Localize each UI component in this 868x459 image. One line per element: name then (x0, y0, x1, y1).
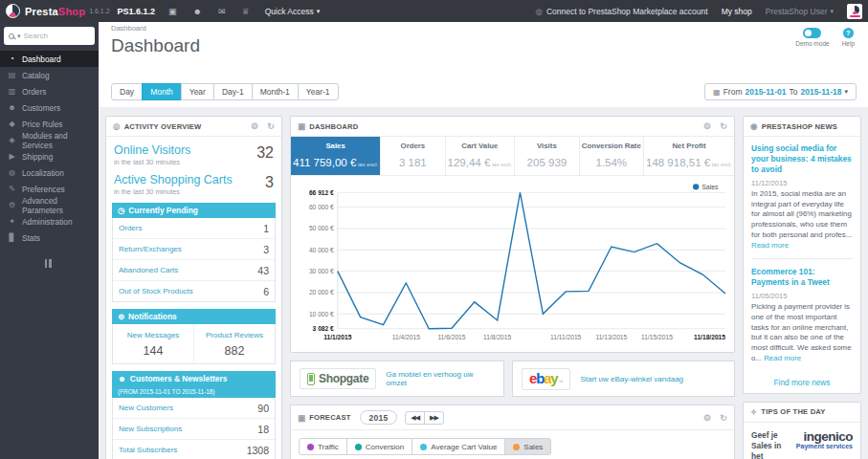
online-visitors-value: 32 (256, 144, 274, 162)
kpi-visits[interactable]: Visits205 939 (515, 137, 579, 175)
list-row-link[interactable]: Orders (119, 224, 142, 232)
forecast-next-button[interactable]: ▶▶ (424, 411, 444, 425)
toggle-on-icon[interactable] (803, 28, 821, 38)
svg-text:11/8/2015: 11/8/2015 (483, 334, 511, 340)
truck-icon: ▶ (8, 152, 16, 161)
gear-icon[interactable]: ⚙ (251, 121, 258, 131)
user-menu[interactable]: PrestaShop User▾ (766, 7, 834, 16)
cogs-icon: ⚙ (8, 201, 16, 209)
find-more-news-link[interactable]: Find more news (744, 378, 860, 387)
sidebar-item-shipping[interactable]: ▶Shipping (0, 148, 99, 164)
sidebar-item-dashboard[interactable]: ◔Dashboard (0, 51, 99, 67)
sidebar-item-administration[interactable]: ✦Administration (0, 213, 99, 230)
forecast-year: 2015 (360, 410, 398, 425)
forecast-toggle-label: Sales (523, 443, 543, 451)
forecast-toggle-label: Average Cart Value (431, 443, 497, 451)
clock-icon: ◷ (118, 206, 124, 215)
panel-title: DASHBOARD (309, 122, 358, 131)
globe-icon: ◍ (8, 168, 16, 177)
sidebar-item-label: Customers (22, 103, 60, 113)
sidebar-item-preferences[interactable]: ✎Preferences (0, 181, 99, 197)
notification-col: New Messages144 (113, 324, 193, 363)
ingenico-logo: ingenico Payment services (796, 430, 853, 451)
forecast-toggle-sales[interactable]: Sales (504, 438, 551, 455)
sidebar-item-customers[interactable]: ☻Customers (0, 99, 99, 116)
news-articles: Using social media for your business: 4 … (744, 137, 860, 368)
kpi-sales[interactable]: Sales411 759,00 € tax excl. (291, 137, 381, 175)
svg-text:11/6/2015: 11/6/2015 (437, 334, 465, 340)
online-visitors-link[interactable]: Online Visitors (114, 143, 190, 157)
shopgate-banner[interactable]: Shopgate Ga mobiel en verhoog uw omzet (290, 361, 504, 397)
forecast-prev-button[interactable]: ◀◀ (405, 411, 425, 425)
my-shop-link[interactable]: My shop (722, 7, 752, 16)
news-article-title[interactable]: Ecommerce 101: Payments in a Tweet (751, 267, 853, 288)
range-button-month[interactable]: Month (142, 83, 182, 100)
notification-link[interactable]: New Messages (127, 331, 180, 339)
range-button-month-1[interactable]: Month-1 (252, 83, 299, 100)
svg-text:11/11/2015: 11/11/2015 (550, 334, 582, 340)
sidebar-item-catalog[interactable]: ▤Catalog (0, 67, 99, 83)
forecast-toggle-conversion[interactable]: Conversion (346, 438, 412, 455)
refresh-icon[interactable]: ↻ (720, 413, 727, 423)
quick-access-menu[interactable]: Quick Access▾ (265, 7, 321, 16)
sidebar-item-advanced-parameters[interactable]: ⚙Advanced Parameters (0, 197, 99, 213)
demo-mode-toggle[interactable]: Demo mode (795, 28, 829, 47)
sidebar-item-price-rules[interactable]: ◆Price Rules (0, 116, 99, 132)
kpi-conversion-rate[interactable]: Conversion Rate1.54% (580, 137, 644, 175)
ebay-banner[interactable]: ebay™ Start uw eBay-winkel vandaag (512, 361, 735, 397)
collapse-menu-button[interactable] (45, 259, 55, 268)
sales-dot-icon (513, 444, 520, 450)
svg-text:60 000 €: 60 000 € (309, 204, 334, 210)
forecast-toggle-traffic[interactable]: Traffic (299, 438, 347, 455)
read-more-link[interactable]: Read more (751, 241, 789, 250)
read-more-link[interactable]: Read more (764, 354, 801, 362)
active-carts-link[interactable]: Active Shopping Carts (114, 173, 233, 186)
refresh-icon[interactable]: ↻ (720, 121, 727, 131)
date-range-picker[interactable]: ▦ From2015-11-01 To2015-11-18 ▾ (704, 83, 857, 100)
kpi-orders[interactable]: Orders3 181 (381, 137, 445, 175)
list-row-link[interactable]: New Subscriptions (119, 425, 182, 433)
kpi-net-profit[interactable]: Net Profit148 918,51 € tax excl. (644, 137, 734, 175)
range-button-day-1[interactable]: Day-1 (213, 83, 253, 100)
list-row-link[interactable]: Total Subscribers (119, 446, 177, 454)
list-row-link[interactable]: New Customers (119, 404, 173, 412)
sidebar: ▾ ◔Dashboard▤Catalog▥Orders☻Customers◆Pr… (0, 22, 99, 459)
employee-icon[interactable]: ☻ (193, 7, 202, 16)
range-button-year[interactable]: Year (181, 83, 214, 100)
svg-text:40 000 €: 40 000 € (309, 247, 334, 253)
breadcrumb[interactable]: Dashboard (111, 24, 857, 33)
list-row: New Customers90 (113, 398, 275, 419)
sales-line-chart: 3 082 €10 000 €20 000 €30 000 €40 000 €5… (293, 180, 732, 350)
kpi-label: Cart Value (448, 142, 513, 150)
sidebar-item-orders[interactable]: ▥Orders (0, 83, 99, 99)
range-button-day[interactable]: Day (111, 83, 143, 100)
news-article-title[interactable]: Using social media for your business: 4 … (751, 143, 853, 175)
notifications-header: ⊚Notifications (112, 309, 276, 324)
list-row-link[interactable]: Abandoned Carts (119, 266, 178, 274)
gear-icon[interactable]: ⚙ (703, 413, 711, 423)
list-row-link[interactable]: Out of Stock Products (119, 287, 193, 295)
sidebar-item-modules[interactable]: ◈Modules and Services (0, 132, 99, 148)
conversion-dot-icon (355, 444, 362, 450)
shopgate-link[interactable]: Ga mobiel en verhoog uw omzet (386, 370, 495, 387)
trophy-icon[interactable]: ♕ (242, 7, 250, 16)
ebay-link[interactable]: Start uw eBay-winkel vandaag (580, 375, 683, 383)
gear-icon[interactable]: ⚙ (703, 121, 711, 131)
ebay-logo: ebay™ (522, 368, 570, 390)
envelope-icon[interactable]: ✉ (218, 7, 226, 16)
topbar-icons: ▣☻✉♕ (168, 7, 250, 16)
sidebar-item-stats[interactable]: ▊Stats (0, 230, 99, 246)
kpi-cart-value[interactable]: Cart Value129,44 € tax excl. (446, 137, 516, 175)
search-input[interactable] (24, 32, 90, 40)
user-avatar[interactable] (847, 4, 862, 19)
notification-link[interactable]: Product Reviews (206, 331, 263, 339)
range-button-year-1[interactable]: Year-1 (298, 83, 339, 100)
help-button[interactable]: ?Help (842, 28, 855, 47)
cart-icon[interactable]: ▣ (168, 7, 177, 16)
list-row-link[interactable]: Return/Exchanges (119, 245, 182, 253)
refresh-icon[interactable]: ↻ (267, 121, 275, 131)
marketplace-link[interactable]: ◎Connect to PrestaShop Marketplace accou… (536, 7, 708, 16)
chevron-down-icon[interactable]: ▾ (17, 33, 21, 40)
forecast-toggle-average-cart-value[interactable]: Average Cart Value (412, 438, 505, 455)
sidebar-item-localization[interactable]: ◍Localization (0, 164, 99, 181)
